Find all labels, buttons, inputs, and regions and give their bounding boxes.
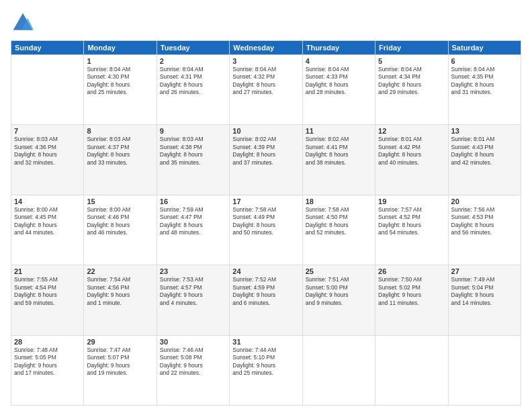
day-number: 6 bbox=[451, 57, 518, 65]
day-header-thursday: Thursday bbox=[302, 41, 375, 55]
day-number: 22 bbox=[87, 267, 153, 275]
day-number: 27 bbox=[451, 267, 518, 275]
day-info: Sunrise: 8:04 AM Sunset: 4:35 PM Dayligh… bbox=[451, 66, 518, 97]
day-info: Sunrise: 7:51 AM Sunset: 5:00 PM Dayligh… bbox=[306, 276, 372, 307]
calendar-empty-cell bbox=[448, 335, 521, 405]
day-number: 28 bbox=[14, 338, 81, 346]
calendar-empty-cell bbox=[302, 335, 375, 405]
day-number: 5 bbox=[378, 57, 445, 65]
day-info: Sunrise: 7:58 AM Sunset: 4:49 PM Dayligh… bbox=[232, 206, 299, 237]
calendar-day-18: 18Sunrise: 7:58 AM Sunset: 4:50 PM Dayli… bbox=[302, 195, 375, 265]
calendar-day-20: 20Sunrise: 7:56 AM Sunset: 4:53 PM Dayli… bbox=[448, 195, 521, 265]
day-number: 18 bbox=[306, 197, 372, 205]
day-number: 3 bbox=[232, 57, 299, 65]
calendar-day-7: 7Sunrise: 8:03 AM Sunset: 4:36 PM Daylig… bbox=[11, 125, 84, 195]
day-number: 21 bbox=[14, 267, 81, 275]
day-number: 12 bbox=[378, 127, 445, 135]
calendar-day-22: 22Sunrise: 7:54 AM Sunset: 4:56 PM Dayli… bbox=[84, 265, 157, 335]
day-header-monday: Monday bbox=[84, 41, 157, 55]
day-number: 8 bbox=[87, 127, 153, 135]
day-header-tuesday: Tuesday bbox=[157, 41, 229, 55]
calendar-week-row: 21Sunrise: 7:55 AM Sunset: 4:54 PM Dayli… bbox=[11, 265, 521, 335]
logo bbox=[11, 11, 38, 35]
calendar-day-5: 5Sunrise: 8:04 AM Sunset: 4:34 PM Daylig… bbox=[375, 55, 448, 125]
calendar-week-row: 28Sunrise: 7:48 AM Sunset: 5:05 PM Dayli… bbox=[11, 335, 521, 405]
day-number: 16 bbox=[160, 197, 226, 205]
day-info: Sunrise: 8:02 AM Sunset: 4:39 PM Dayligh… bbox=[232, 136, 299, 167]
calendar-day-31: 31Sunrise: 7:44 AM Sunset: 5:10 PM Dayli… bbox=[230, 335, 302, 405]
calendar-day-2: 2Sunrise: 8:04 AM Sunset: 4:31 PM Daylig… bbox=[157, 55, 229, 125]
day-number: 13 bbox=[451, 127, 518, 135]
logo-icon bbox=[11, 11, 35, 35]
day-info: Sunrise: 8:01 AM Sunset: 4:43 PM Dayligh… bbox=[451, 136, 518, 167]
day-info: Sunrise: 7:49 AM Sunset: 5:04 PM Dayligh… bbox=[451, 276, 518, 307]
day-number: 26 bbox=[378, 267, 445, 275]
day-info: Sunrise: 8:04 AM Sunset: 4:30 PM Dayligh… bbox=[87, 66, 153, 97]
calendar-week-row: 14Sunrise: 8:00 AM Sunset: 4:45 PM Dayli… bbox=[11, 195, 521, 265]
calendar-day-21: 21Sunrise: 7:55 AM Sunset: 4:54 PM Dayli… bbox=[11, 265, 84, 335]
day-number: 20 bbox=[451, 197, 518, 205]
calendar-header-row: SundayMondayTuesdayWednesdayThursdayFrid… bbox=[11, 41, 521, 55]
day-number: 31 bbox=[232, 338, 299, 346]
calendar-day-26: 26Sunrise: 7:50 AM Sunset: 5:02 PM Dayli… bbox=[375, 265, 448, 335]
day-header-friday: Friday bbox=[375, 41, 448, 55]
day-number: 1 bbox=[87, 57, 153, 65]
calendar-day-4: 4Sunrise: 8:04 AM Sunset: 4:33 PM Daylig… bbox=[302, 55, 375, 125]
calendar-day-13: 13Sunrise: 8:01 AM Sunset: 4:43 PM Dayli… bbox=[448, 125, 521, 195]
calendar-day-14: 14Sunrise: 8:00 AM Sunset: 4:45 PM Dayli… bbox=[11, 195, 84, 265]
calendar-day-27: 27Sunrise: 7:49 AM Sunset: 5:04 PM Dayli… bbox=[448, 265, 521, 335]
day-info: Sunrise: 8:04 AM Sunset: 4:34 PM Dayligh… bbox=[378, 66, 445, 97]
day-info: Sunrise: 7:58 AM Sunset: 4:50 PM Dayligh… bbox=[306, 206, 372, 237]
calendar-day-25: 25Sunrise: 7:51 AM Sunset: 5:00 PM Dayli… bbox=[302, 265, 375, 335]
calendar-day-9: 9Sunrise: 8:03 AM Sunset: 4:38 PM Daylig… bbox=[157, 125, 229, 195]
calendar-day-3: 3Sunrise: 8:04 AM Sunset: 4:32 PM Daylig… bbox=[230, 55, 302, 125]
calendar-day-29: 29Sunrise: 7:47 AM Sunset: 5:07 PM Dayli… bbox=[84, 335, 157, 405]
day-number: 24 bbox=[232, 267, 299, 275]
day-info: Sunrise: 8:00 AM Sunset: 4:45 PM Dayligh… bbox=[14, 206, 81, 237]
day-number: 4 bbox=[306, 57, 372, 65]
calendar-day-16: 16Sunrise: 7:59 AM Sunset: 4:47 PM Dayli… bbox=[157, 195, 229, 265]
calendar-day-11: 11Sunrise: 8:02 AM Sunset: 4:41 PM Dayli… bbox=[302, 125, 375, 195]
day-info: Sunrise: 7:44 AM Sunset: 5:10 PM Dayligh… bbox=[232, 347, 299, 377]
calendar-day-30: 30Sunrise: 7:46 AM Sunset: 5:08 PM Dayli… bbox=[157, 335, 229, 405]
calendar-week-row: 7Sunrise: 8:03 AM Sunset: 4:36 PM Daylig… bbox=[11, 125, 521, 195]
day-info: Sunrise: 8:04 AM Sunset: 4:33 PM Dayligh… bbox=[306, 66, 372, 97]
calendar-day-6: 6Sunrise: 8:04 AM Sunset: 4:35 PM Daylig… bbox=[448, 55, 521, 125]
calendar-day-19: 19Sunrise: 7:57 AM Sunset: 4:52 PM Dayli… bbox=[375, 195, 448, 265]
day-info: Sunrise: 8:04 AM Sunset: 4:31 PM Dayligh… bbox=[160, 66, 226, 97]
day-info: Sunrise: 7:56 AM Sunset: 4:53 PM Dayligh… bbox=[451, 206, 518, 237]
calendar-day-24: 24Sunrise: 7:52 AM Sunset: 4:59 PM Dayli… bbox=[230, 265, 302, 335]
calendar-day-10: 10Sunrise: 8:02 AM Sunset: 4:39 PM Dayli… bbox=[230, 125, 302, 195]
day-info: Sunrise: 8:01 AM Sunset: 4:42 PM Dayligh… bbox=[378, 136, 445, 167]
calendar-day-15: 15Sunrise: 8:00 AM Sunset: 4:46 PM Dayli… bbox=[84, 195, 157, 265]
calendar-empty-cell bbox=[375, 335, 448, 405]
day-number: 11 bbox=[306, 127, 372, 135]
day-number: 17 bbox=[232, 197, 299, 205]
day-info: Sunrise: 7:50 AM Sunset: 5:02 PM Dayligh… bbox=[378, 276, 445, 307]
calendar-day-1: 1Sunrise: 8:04 AM Sunset: 4:30 PM Daylig… bbox=[84, 55, 157, 125]
day-info: Sunrise: 7:57 AM Sunset: 4:52 PM Dayligh… bbox=[378, 206, 445, 237]
day-info: Sunrise: 8:03 AM Sunset: 4:38 PM Dayligh… bbox=[160, 136, 226, 167]
day-info: Sunrise: 8:03 AM Sunset: 4:37 PM Dayligh… bbox=[87, 136, 153, 167]
day-info: Sunrise: 8:00 AM Sunset: 4:46 PM Dayligh… bbox=[87, 206, 153, 237]
calendar-container: SundayMondayTuesdayWednesdayThursdayFrid… bbox=[0, 0, 532, 411]
day-header-wednesday: Wednesday bbox=[230, 41, 302, 55]
day-number: 14 bbox=[14, 197, 81, 205]
day-info: Sunrise: 7:48 AM Sunset: 5:05 PM Dayligh… bbox=[14, 347, 81, 377]
day-info: Sunrise: 7:55 AM Sunset: 4:54 PM Dayligh… bbox=[14, 276, 81, 307]
calendar-week-row: 1Sunrise: 8:04 AM Sunset: 4:30 PM Daylig… bbox=[11, 55, 521, 125]
day-number: 25 bbox=[306, 267, 372, 275]
calendar-day-17: 17Sunrise: 7:58 AM Sunset: 4:49 PM Dayli… bbox=[230, 195, 302, 265]
calendar-empty-cell bbox=[11, 55, 84, 125]
day-number: 19 bbox=[378, 197, 445, 205]
day-number: 29 bbox=[87, 338, 153, 346]
day-number: 30 bbox=[160, 338, 226, 346]
day-info: Sunrise: 7:47 AM Sunset: 5:07 PM Dayligh… bbox=[87, 347, 153, 377]
calendar-day-23: 23Sunrise: 7:53 AM Sunset: 4:57 PM Dayli… bbox=[157, 265, 229, 335]
day-info: Sunrise: 7:59 AM Sunset: 4:47 PM Dayligh… bbox=[160, 206, 226, 237]
day-info: Sunrise: 7:46 AM Sunset: 5:08 PM Dayligh… bbox=[160, 347, 226, 377]
day-number: 10 bbox=[232, 127, 299, 135]
day-number: 2 bbox=[160, 57, 226, 65]
day-info: Sunrise: 8:03 AM Sunset: 4:36 PM Dayligh… bbox=[14, 136, 81, 167]
day-header-sunday: Sunday bbox=[11, 41, 84, 55]
